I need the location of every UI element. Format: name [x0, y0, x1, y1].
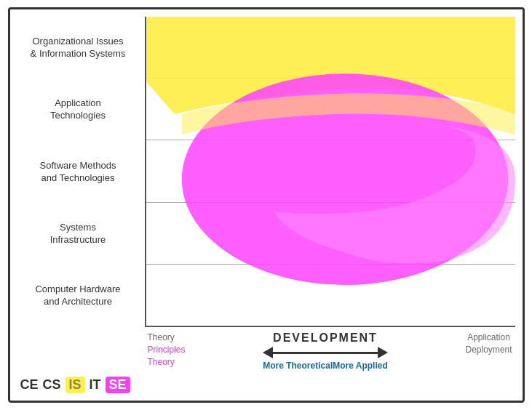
legend-is: IS: [65, 377, 85, 393]
legend-row: CE CS IS IT SE: [17, 377, 515, 393]
arrow-right-head: [378, 347, 388, 358]
main-container: Organizational Issues& Information Syste…: [8, 7, 525, 403]
arrow-shaft: [273, 352, 378, 354]
x-label-right: ApplicationDeployment: [465, 331, 512, 356]
x-label-center: DEVELOPMENT More Theoretical More Applie…: [263, 331, 388, 371]
y-label-sw: Software Methodsand Technologies: [17, 141, 139, 203]
legend-cs: CS: [43, 377, 61, 393]
chart-main: Organizational Issues& Information Syste…: [17, 17, 515, 327]
chart-svg: [146, 17, 515, 326]
y-axis-labels: Organizational Issues& Information Syste…: [17, 17, 145, 327]
bottom-section: Theory Principles Theory DEVELOPMENT Mor…: [17, 331, 515, 393]
legend-ce: CE: [20, 377, 39, 393]
legend-se: SE: [106, 377, 130, 393]
development-label: DEVELOPMENT: [263, 331, 388, 345]
legend-it: IT: [90, 377, 101, 393]
arrow-left-head: [263, 347, 273, 358]
more-theoretical-label: More Theoretical: [263, 361, 333, 371]
more-applied-label: More Applied: [333, 361, 388, 371]
y-label-sys: SystemsInfrastructure: [17, 203, 139, 265]
y-label-org: Organizational Issues& Information Syste…: [17, 17, 139, 79]
chart-canvas: [145, 17, 515, 327]
sub-labels: More Theoretical More Applied: [263, 361, 388, 371]
y-label-hw: Computer Hardwareand Architecture: [17, 265, 139, 327]
x-axis-labels: Theory Principles Theory DEVELOPMENT Mor…: [145, 331, 515, 371]
x-label-left: Theory Principles Theory: [148, 331, 186, 368]
y-label-app: ApplicationTechnologies: [17, 79, 139, 140]
